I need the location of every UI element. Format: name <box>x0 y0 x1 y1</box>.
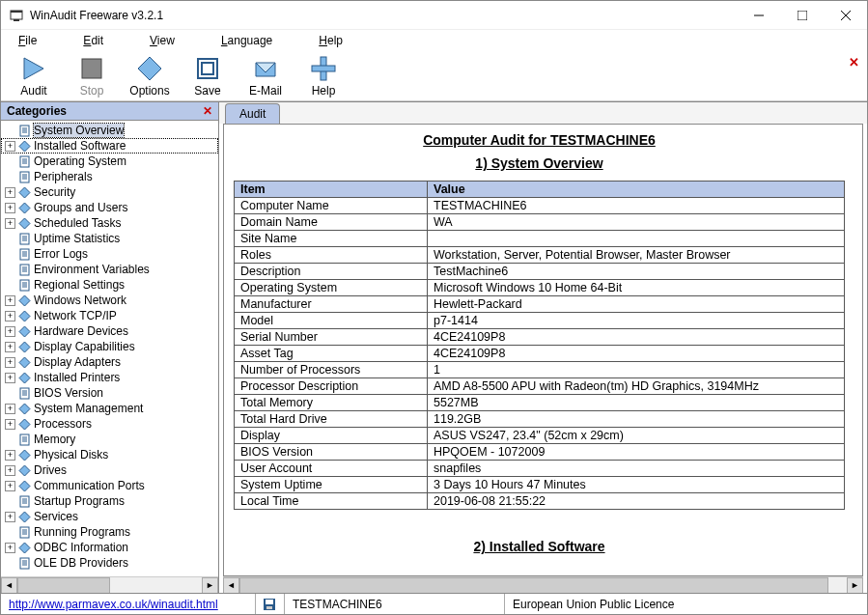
expand-icon[interactable]: + <box>5 512 15 522</box>
page-icon <box>18 155 31 168</box>
table-row: Site Name <box>235 231 845 247</box>
table-row: Total Hard Drive119.2GB <box>235 411 845 428</box>
tree-item[interactable]: Operating System <box>1 154 218 169</box>
expand-icon[interactable]: + <box>5 357 15 368</box>
save-button[interactable]: Save <box>179 55 237 98</box>
table-row: DescriptionTestMachine6 <box>235 264 845 280</box>
tree-item[interactable]: Error Logs <box>1 246 218 262</box>
tree-item-label: Operating System <box>34 154 126 168</box>
sidebar-close-icon[interactable]: ✕ <box>203 104 212 118</box>
status-link[interactable]: http://www.parmavex.co.uk/winaudit.html <box>1 594 256 614</box>
expand-icon[interactable]: + <box>5 342 15 352</box>
tree-item[interactable]: +System Management <box>1 401 218 416</box>
document-body[interactable]: Computer Audit for TESTMACHINE6 1) Syste… <box>224 125 862 575</box>
table-row: BIOS VersionHPQOEM - 1072009 <box>235 444 845 461</box>
tree-item[interactable]: +Display Capabilities <box>1 339 218 354</box>
scroll-thumb[interactable] <box>17 577 110 594</box>
expand-icon[interactable]: + <box>5 465 15 476</box>
cell-item: Asset Tag <box>235 346 428 362</box>
tree-item[interactable]: Running Programs <box>1 524 218 540</box>
tree-item[interactable]: Uptime Statistics <box>1 231 218 246</box>
expand-icon[interactable]: + <box>5 450 15 461</box>
tree-item[interactable]: Environment Variables <box>1 262 218 277</box>
stop-button[interactable]: Stop <box>63 55 121 98</box>
tree-item[interactable]: +Groups and Users <box>1 200 218 215</box>
sidebar-scrollbar[interactable]: ◄ ► <box>1 576 218 593</box>
tree-item[interactable]: +Network TCP/IP <box>1 308 218 323</box>
tree-item[interactable]: BIOS Version <box>1 385 218 401</box>
tree-item[interactable]: +Scheduled Tasks <box>1 215 218 231</box>
expand-icon[interactable]: + <box>5 218 15 229</box>
tree-item[interactable]: Startup Programs <box>1 493 218 509</box>
menu-language[interactable]: Language <box>198 32 295 49</box>
maximize-button[interactable] <box>780 1 824 30</box>
tree-item[interactable]: +ODBC Information <box>1 540 218 555</box>
cell-value: AMD A8-5500 APU with Radeon(tm) HD Graph… <box>428 378 845 395</box>
help-button[interactable]: Help <box>294 55 352 98</box>
tree-item-label: Processors <box>34 417 92 431</box>
tree-item[interactable]: +Physical Disks <box>1 447 218 462</box>
tree-item[interactable]: +Security <box>1 184 218 200</box>
expand-icon[interactable]: + <box>5 373 15 383</box>
menu-file[interactable]: File <box>9 32 60 49</box>
expand-icon[interactable]: + <box>5 203 15 213</box>
cell-item: Total Memory <box>235 395 428 411</box>
tree-item[interactable]: +Communication Ports <box>1 478 218 493</box>
email-button[interactable]: E-Mail <box>237 55 294 98</box>
scroll-right-icon[interactable]: ► <box>202 577 218 594</box>
tree-item[interactable]: Peripherals <box>1 169 218 184</box>
diamond-icon <box>18 418 31 431</box>
cell-value: 119.2GB <box>428 411 845 428</box>
tree-item[interactable]: +Display Adapters <box>1 354 218 370</box>
tree-item[interactable]: +Services <box>1 509 218 524</box>
tree-item[interactable]: +Hardware Devices <box>1 323 218 339</box>
tree-item[interactable]: +Drives <box>1 462 218 478</box>
category-tree[interactable]: System Overview+Installed SoftwareOperat… <box>1 121 218 576</box>
cell-value: snapfiles <box>428 461 845 477</box>
expand-icon[interactable]: + <box>5 326 15 337</box>
menu-view[interactable]: View <box>126 32 198 49</box>
svg-rect-83 <box>266 606 272 609</box>
tree-item[interactable]: Regional Settings <box>1 277 218 293</box>
scroll-left-icon[interactable]: ◄ <box>223 577 239 594</box>
diamond-icon <box>18 310 31 322</box>
expand-icon[interactable]: + <box>5 404 15 414</box>
tree-item[interactable]: Memory <box>1 432 218 447</box>
disk-icon[interactable] <box>256 594 285 614</box>
tree-item[interactable]: +Installed Printers <box>1 370 218 385</box>
expand-icon[interactable]: + <box>5 295 15 306</box>
expand-icon[interactable]: + <box>5 311 15 321</box>
cell-item: Processor Description <box>235 378 428 395</box>
minimize-button[interactable] <box>737 1 780 30</box>
menu-help[interactable]: Help <box>295 32 366 49</box>
audit-button[interactable]: Audit <box>5 55 63 98</box>
tree-item-label: System Overview <box>34 124 124 137</box>
titlebar: WinAudit Freeware v3.2.1 <box>1 1 867 30</box>
tree-item-label: Peripherals <box>34 170 93 183</box>
expand-icon[interactable]: + <box>5 187 15 198</box>
tab-audit[interactable]: Audit <box>225 103 280 124</box>
menu-edit[interactable]: Edit <box>60 32 126 49</box>
tree-item[interactable]: +Installed Software <box>1 138 218 154</box>
options-button[interactable]: Options <box>121 55 179 98</box>
close-button[interactable] <box>824 1 867 30</box>
main-scrollbar[interactable]: ◄ ► <box>223 576 863 593</box>
expand-icon[interactable]: + <box>5 419 15 430</box>
expand-icon[interactable]: + <box>5 481 15 491</box>
toolbar-close-icon[interactable]: ✕ <box>849 55 859 70</box>
table-row: RolesWorkstation, Server, Potential Brow… <box>235 247 845 264</box>
expand-icon[interactable]: + <box>5 141 15 152</box>
tree-item[interactable]: +Windows Network <box>1 293 218 308</box>
scroll-right-icon[interactable]: ► <box>847 577 863 594</box>
scroll-thumb[interactable] <box>239 577 828 594</box>
cell-item: Model <box>235 313 428 329</box>
tree-item[interactable]: +Processors <box>1 416 218 432</box>
col-item: Item <box>235 182 428 198</box>
tree-item[interactable]: OLE DB Providers <box>1 555 218 571</box>
svg-marker-7 <box>24 58 43 79</box>
expand-icon[interactable]: + <box>5 543 15 553</box>
tree-item[interactable]: System Overview <box>1 123 218 138</box>
diamond-icon <box>18 464 31 477</box>
tree-item-label: Groups and Users <box>34 201 127 214</box>
scroll-left-icon[interactable]: ◄ <box>1 577 17 594</box>
